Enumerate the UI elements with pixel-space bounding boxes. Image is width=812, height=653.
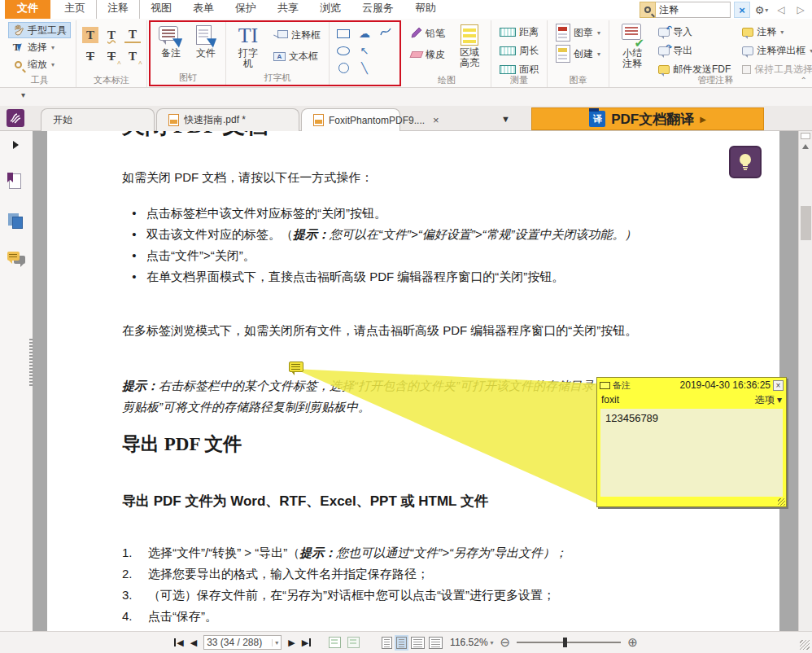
perimeter-ruler-icon xyxy=(500,46,516,55)
squiggly-underline-icon[interactable]: T xyxy=(103,27,120,43)
circle-tool-icon[interactable] xyxy=(338,63,349,73)
summarize-comments-button[interactable]: ✔ 小结注释 xyxy=(614,22,650,75)
sidebar-expand-icon[interactable] xyxy=(13,141,19,149)
callout-box-button[interactable]: 注释框 xyxy=(270,27,324,43)
select-tool-button[interactable]: T 选择▾ xyxy=(8,39,71,55)
list-item: •点击标签栏中该文件对应标签的“关闭”按钮。 xyxy=(122,203,723,224)
note-pin-icon xyxy=(159,25,183,46)
settings-gear-icon[interactable]: ⚙▾ xyxy=(753,2,770,18)
stamp-icon xyxy=(556,24,570,42)
search-icon[interactable] xyxy=(640,2,656,18)
tab-form[interactable]: 表单 xyxy=(182,0,225,19)
oval-tool-icon[interactable] xyxy=(337,46,350,55)
note-close-icon[interactable]: × xyxy=(773,380,784,391)
clipped-heading: 关闭 PDF 文档 xyxy=(122,131,723,142)
single-page-view-icon[interactable] xyxy=(382,637,392,649)
tab-cloud[interactable]: 云服务 xyxy=(351,0,404,19)
tab-file[interactable]: 文件 xyxy=(5,0,50,19)
document-tab-active[interactable]: FoxitPhantomPDF9.... × xyxy=(301,108,400,131)
ribbon-collapse-icon[interactable]: ⌃ xyxy=(801,76,807,85)
export-comments-button[interactable]: ↷ 导出 xyxy=(655,43,734,59)
perimeter-button[interactable]: 周长 xyxy=(496,43,542,59)
note-options-button[interactable]: 选项 ▾ xyxy=(755,393,782,407)
zoom-percentage[interactable]: 116.52%▾ xyxy=(450,637,494,648)
insert-text-icon[interactable]: T xyxy=(124,48,141,64)
clipboard-icon[interactable] xyxy=(347,637,360,648)
note-resize-handle[interactable] xyxy=(778,498,785,506)
comments-panel-button[interactable]: 注释▾ xyxy=(739,24,812,40)
page-number-input[interactable]: 33 (34 / 288)▾ xyxy=(203,635,282,650)
last-page-button[interactable]: ▶ xyxy=(302,638,311,648)
tab-home[interactable]: 主页 xyxy=(54,0,96,19)
stamp-button[interactable]: 图章▾ xyxy=(552,24,604,41)
snapshot-icon[interactable] xyxy=(329,637,341,648)
tab-help[interactable]: 帮助 xyxy=(404,0,447,19)
start-tab[interactable]: 开始 xyxy=(41,108,155,131)
typewriter-icon: TI xyxy=(238,25,259,46)
scrollbar-thumb[interactable] xyxy=(801,206,811,240)
window-resize-grip[interactable] xyxy=(800,640,810,650)
zoom-tool-button[interactable]: 缩放▾ xyxy=(8,56,71,72)
tab-protect[interactable]: 保护 xyxy=(225,0,267,19)
list-item: 3.（可选）保存文件前，在“另存为”对话框中您可以点击“设置”进行更多设置； xyxy=(122,585,723,606)
file-attachment-button[interactable]: 文件 xyxy=(191,24,220,72)
bookmarks-panel-button[interactable] xyxy=(7,173,25,191)
cloud-tool-icon[interactable]: ☁ xyxy=(359,28,370,39)
search-close-icon[interactable]: × xyxy=(734,2,750,18)
tab-comment[interactable]: 注释 xyxy=(96,0,140,20)
zoom-dropdown-icon[interactable]: ▾ xyxy=(491,639,494,646)
distance-button[interactable]: 距离 xyxy=(496,24,542,40)
continuous-view-icon[interactable] xyxy=(396,637,407,649)
nav-forward-icon[interactable]: ▷ xyxy=(792,2,809,18)
assistant-lightbulb-button[interactable] xyxy=(729,146,762,178)
area-highlight-button[interactable]: 区域高亮 xyxy=(453,22,486,75)
bullet-list: •点击标签栏中该文件对应标签的“关闭”按钮。 • 双击该文件对应的标签。（提示：… xyxy=(122,203,723,287)
line-tool-icon[interactable]: ╲ xyxy=(361,63,368,73)
tab-view[interactable]: 视图 xyxy=(140,0,182,19)
sticky-note-annotation-icon[interactable] xyxy=(289,362,303,372)
arrow-tool-icon[interactable]: ↖ xyxy=(360,46,369,56)
eraser-button[interactable]: 橡皮 xyxy=(408,46,448,63)
scrollbar-top-box[interactable] xyxy=(801,133,810,139)
document-tab-quick-guide[interactable]: 快速指南.pdf * xyxy=(156,108,299,131)
import-comments-button[interactable]: ↶ 导入 xyxy=(655,24,734,40)
group-drawing: 铅笔 橡皮 区域高亮 绘图 xyxy=(403,20,491,87)
previous-page-button[interactable]: ◀ xyxy=(190,638,197,648)
comment-popup-button[interactable]: 注释弹出框▾ xyxy=(739,43,812,59)
tab-browse[interactable]: 浏览 xyxy=(309,0,351,19)
typewriter-button[interactable]: TI 打字机 xyxy=(231,24,265,72)
textbox-button[interactable]: A 文本框 xyxy=(270,48,324,64)
next-page-button[interactable]: ▶ xyxy=(288,638,295,648)
strikeout-text-icon[interactable]: T xyxy=(82,48,98,64)
rectangle-tool-icon[interactable] xyxy=(337,29,350,38)
highlight-text-icon[interactable]: T xyxy=(82,27,98,43)
continuous-facing-view-icon[interactable] xyxy=(429,637,443,649)
scribble-tool-icon[interactable] xyxy=(379,26,392,41)
nav-back-icon[interactable]: ◁ xyxy=(773,2,789,18)
pdf-translate-button[interactable]: 译 PDF文档翻译 ▶ xyxy=(531,107,764,130)
underline-text-icon[interactable]: T xyxy=(124,27,141,43)
note-annotation-button[interactable]: 备注 xyxy=(155,24,186,72)
create-stamp-button[interactable]: 创建▾ xyxy=(552,46,604,62)
search-input[interactable]: 注释 xyxy=(656,2,731,18)
zoom-slider[interactable] xyxy=(517,637,621,648)
red-highlight-box: 备注 文件 图钉 TI 打字机 注释框 A 文本框 xyxy=(149,20,401,86)
facing-view-icon[interactable] xyxy=(411,637,425,649)
scroll-up-icon[interactable] xyxy=(802,144,809,149)
note-body-text[interactable]: 123456789 xyxy=(600,409,783,497)
ribbon-pin-icon[interactable]: ▾ xyxy=(21,90,25,99)
zoom-slider-handle[interactable] xyxy=(563,638,567,647)
comments-panel-sidebar-button[interactable] xyxy=(7,252,25,270)
first-page-button[interactable]: ◀ xyxy=(174,638,183,648)
tab-close-icon[interactable]: × xyxy=(433,114,439,126)
tab-list-dropdown-icon[interactable]: ▼ xyxy=(501,114,510,124)
page-dropdown-icon[interactable]: ▾ xyxy=(272,639,278,646)
zoom-in-icon[interactable]: ⊕ xyxy=(627,635,638,650)
vertical-scrollbar[interactable] xyxy=(798,131,812,631)
pages-panel-button[interactable] xyxy=(7,213,25,230)
hand-tool-button[interactable]: 手型工具 xyxy=(8,22,71,38)
replace-text-icon[interactable]: T xyxy=(103,48,120,64)
pencil-button[interactable]: 铅笔 xyxy=(408,25,448,42)
tab-share[interactable]: 共享 xyxy=(267,0,309,19)
zoom-out-icon[interactable]: ⊖ xyxy=(500,635,511,650)
